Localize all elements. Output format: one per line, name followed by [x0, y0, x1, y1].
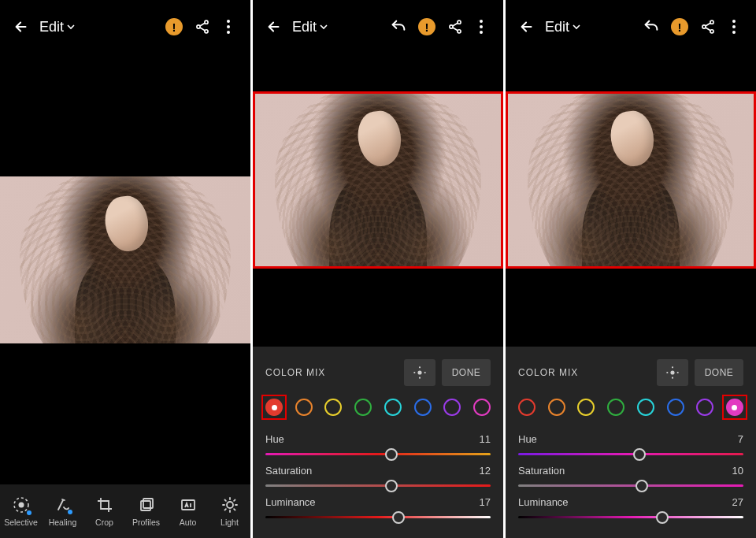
hue-row: Hue11	[265, 433, 491, 455]
color-swatch[interactable]	[726, 399, 743, 416]
panel-title: COLOR MIX	[518, 367, 578, 378]
screen-colormix-red: Edit ! COLOR MIX DONE Hue11	[253, 0, 503, 538]
more-icon[interactable]	[728, 17, 740, 37]
photo-preview[interactable]	[506, 91, 756, 269]
svg-point-29	[671, 371, 674, 374]
svg-point-31	[672, 377, 673, 379]
healing-icon	[54, 495, 72, 514]
undo-icon[interactable]	[388, 17, 409, 37]
saturation-label: Saturation	[265, 465, 312, 477]
share-icon[interactable]	[192, 17, 213, 37]
saturation-slider[interactable]	[518, 484, 743, 487]
panel-header: COLOR MIX DONE	[518, 358, 743, 388]
caret-down-icon	[573, 23, 580, 31]
svg-point-20	[419, 377, 421, 379]
saturation-row: Saturation10	[518, 465, 743, 487]
svg-point-30	[672, 366, 673, 368]
luminance-label: Luminance	[518, 496, 569, 508]
color-swatch[interactable]	[667, 399, 684, 416]
tool-crop[interactable]: Crop	[83, 484, 125, 538]
done-button[interactable]: DONE	[442, 359, 491, 386]
swatch-highlight	[722, 395, 747, 420]
photo-preview[interactable]	[0, 176, 250, 343]
photo-content	[508, 94, 754, 266]
title-label: Edit	[545, 19, 569, 35]
warning-glyph: !	[172, 20, 176, 34]
svg-point-16	[480, 25, 483, 28]
top-bar: Edit !	[506, 0, 756, 54]
done-label: DONE	[705, 367, 734, 378]
photo-preview[interactable]	[253, 91, 503, 269]
screen-title[interactable]: Edit	[545, 19, 580, 35]
profiles-icon	[137, 495, 156, 514]
screen-title[interactable]: Edit	[292, 19, 328, 35]
tool-healing[interactable]: Healing	[42, 484, 83, 538]
color-swatch[interactable]	[696, 399, 713, 416]
color-swatch[interactable]	[548, 399, 565, 416]
svg-point-27	[732, 25, 736, 28]
hue-slider[interactable]	[265, 453, 491, 455]
saturation-slider[interactable]	[265, 484, 491, 487]
color-swatch[interactable]	[637, 399, 654, 416]
tool-label: Healing	[49, 518, 77, 527]
warning-icon[interactable]: !	[418, 18, 435, 35]
saturation-value: 10	[732, 465, 743, 477]
light-icon	[220, 495, 239, 514]
color-swatch[interactable]	[443, 399, 461, 416]
share-icon[interactable]	[445, 17, 465, 37]
svg-point-15	[480, 20, 483, 23]
color-swatch[interactable]	[473, 399, 491, 416]
bottom-toolbar: Selective Healing Crop Profiles Aut	[0, 484, 250, 538]
svg-point-19	[419, 366, 421, 368]
warning-icon[interactable]: !	[671, 18, 688, 35]
photo-content	[0, 176, 250, 343]
caret-down-icon	[67, 23, 75, 31]
svg-point-14	[458, 30, 461, 33]
back-icon[interactable]	[517, 17, 537, 37]
color-swatch[interactable]	[384, 399, 402, 416]
targeted-adjust-button[interactable]	[404, 359, 435, 386]
color-swatch[interactable]	[265, 399, 283, 416]
screen-edit-base: Edit ! Selective	[0, 0, 250, 538]
tool-light[interactable]: Light	[209, 484, 250, 538]
hue-value: 11	[480, 433, 491, 445]
tool-profiles[interactable]: Profiles	[125, 484, 167, 538]
targeted-adjust-button[interactable]	[657, 359, 688, 386]
swatch-highlight	[261, 395, 287, 420]
svg-point-13	[450, 25, 453, 28]
tool-selective[interactable]: Selective	[0, 484, 42, 538]
color-swatch[interactable]	[414, 399, 432, 416]
luminance-slider[interactable]	[518, 516, 743, 518]
saturation-label: Saturation	[518, 465, 565, 477]
color-swatch[interactable]	[324, 399, 342, 416]
done-button[interactable]: DONE	[695, 359, 743, 386]
screen-title[interactable]: Edit	[39, 19, 75, 35]
color-swatch[interactable]	[295, 399, 313, 416]
back-icon[interactable]	[264, 17, 284, 37]
svg-point-12	[458, 20, 461, 24]
auto-icon	[179, 495, 198, 514]
color-swatch[interactable]	[577, 399, 595, 416]
warning-glyph: !	[425, 20, 429, 34]
color-swatch[interactable]	[607, 399, 624, 416]
hue-row: Hue7	[518, 433, 743, 455]
top-bar: Edit !	[253, 0, 503, 54]
more-icon[interactable]	[475, 17, 487, 37]
svg-point-26	[732, 20, 736, 23]
color-swatches	[265, 399, 491, 416]
luminance-row: Luminance27	[518, 496, 743, 518]
hue-slider[interactable]	[518, 453, 743, 455]
top-bar: Edit !	[0, 0, 250, 54]
more-icon[interactable]	[222, 17, 235, 37]
color-swatch[interactable]	[518, 399, 536, 416]
caret-down-icon	[320, 23, 328, 31]
hue-value: 7	[738, 433, 743, 445]
share-icon[interactable]	[698, 17, 718, 37]
undo-icon[interactable]	[641, 17, 662, 37]
warning-icon[interactable]: !	[165, 18, 183, 35]
color-swatch[interactable]	[354, 399, 372, 416]
back-icon[interactable]	[11, 17, 32, 37]
svg-point-33	[677, 372, 679, 373]
luminance-slider[interactable]	[265, 516, 491, 518]
tool-auto[interactable]: Auto	[167, 484, 209, 538]
